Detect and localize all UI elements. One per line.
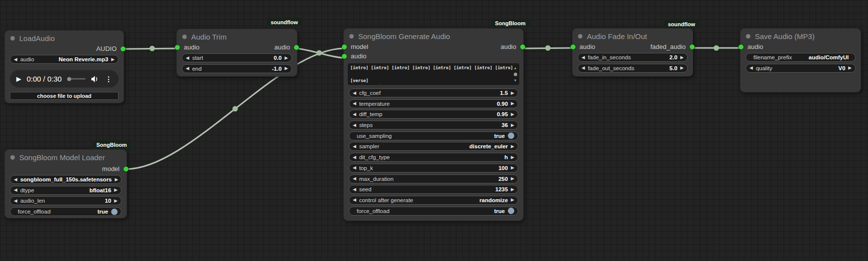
- widget-start[interactable]: ◀ start 0.0 ▶: [182, 53, 292, 62]
- increment-arrow-icon[interactable]: ▶: [285, 66, 288, 71]
- widget-quality[interactable]: ◀ quality V0 ▶: [745, 64, 856, 73]
- node-graph-canvas[interactable]: soundflow SongBloom soundflow SongBloom …: [0, 0, 868, 261]
- input-slot[interactable]: [342, 44, 347, 49]
- increment-arrow-icon[interactable]: ▶: [114, 188, 118, 192]
- decrement-arrow-icon[interactable]: ◀: [353, 166, 356, 170]
- output-slot[interactable]: [520, 44, 525, 49]
- play-icon[interactable]: ▶: [16, 76, 21, 82]
- toggle-knob[interactable]: [508, 132, 514, 139]
- decrement-arrow-icon[interactable]: ◀: [186, 56, 189, 60]
- node-title-bar[interactable]: Audio Trim: [177, 29, 297, 42]
- widget-max_duration[interactable]: ◀ max_duration 250 ▶: [349, 174, 518, 183]
- collapse-dot-icon[interactable]: [10, 36, 15, 41]
- increment-arrow-icon[interactable]: ▶: [115, 177, 118, 182]
- decrement-arrow-icon[interactable]: ◀: [14, 188, 17, 192]
- widget-dtype[interactable]: ◀ dtype bfloat16 ▶: [10, 186, 122, 195]
- output-slot[interactable]: [121, 46, 125, 51]
- decrement-arrow-icon[interactable]: ◀: [14, 57, 17, 62]
- decrement-arrow-icon[interactable]: ◀: [353, 176, 356, 181]
- increment-arrow-icon[interactable]: ▶: [680, 55, 684, 60]
- lyrics-textarea[interactable]: [intro] [intro] [intro] [intro] [intro] …: [348, 63, 519, 85]
- output-slot[interactable]: [124, 167, 128, 172]
- node-title-bar[interactable]: SongBloom Generate Audio: [344, 29, 523, 42]
- volume-icon[interactable]: [91, 76, 99, 83]
- node-audio-fade[interactable]: Audio Fade In/Out audio faded_audio ◀ fa…: [572, 28, 693, 77]
- widget-force_offload[interactable]: force_offload true: [10, 207, 122, 216]
- widget-fade_out_seconds[interactable]: ◀ fade_out_seconds 5.0 ▶: [578, 64, 688, 73]
- widget-diff_temp[interactable]: ◀ diff_temp 0.95 ▶: [349, 110, 518, 119]
- link-midpoint-dot[interactable]: [545, 45, 551, 51]
- increment-arrow-icon[interactable]: ▶: [511, 155, 514, 160]
- increment-arrow-icon[interactable]: ▶: [511, 101, 514, 106]
- increment-arrow-icon[interactable]: ▶: [511, 166, 514, 170]
- toggle-knob[interactable]: [111, 209, 118, 215]
- decrement-arrow-icon[interactable]: ◀: [353, 187, 356, 192]
- decrement-arrow-icon[interactable]: ◀: [353, 144, 356, 149]
- collapse-dot-icon[interactable]: [349, 34, 354, 39]
- widget-seed[interactable]: ◀ seed 1235 ▶: [349, 185, 518, 194]
- choose-file-button[interactable]: choose file to upload: [10, 92, 119, 100]
- toggle-knob[interactable]: [508, 208, 514, 214]
- increment-arrow-icon[interactable]: ▶: [285, 56, 288, 60]
- decrement-arrow-icon[interactable]: ◀: [581, 66, 585, 70]
- increment-arrow-icon[interactable]: ▶: [680, 66, 684, 70]
- widget-use_sampling[interactable]: use_sampling true: [349, 131, 518, 140]
- collapse-dot-icon[interactable]: [182, 35, 187, 39]
- input-slot[interactable]: [739, 44, 744, 49]
- node-songbloom-model-loader[interactable]: SongBloom Model Loader model ◀ songbloom…: [4, 149, 127, 218]
- link-midpoint-dot[interactable]: [233, 106, 238, 112]
- collapse-dot-icon[interactable]: [746, 34, 750, 39]
- widget-dit_cfg_type[interactable]: ◀ dit_cfg_type h ▶: [349, 153, 518, 162]
- increment-arrow-icon[interactable]: ▶: [848, 66, 852, 70]
- decrement-arrow-icon[interactable]: ◀: [14, 199, 17, 203]
- decrement-arrow-icon[interactable]: ◀: [353, 101, 356, 106]
- node-title-bar[interactable]: SongBloom Model Loader: [5, 150, 126, 163]
- output-slot[interactable]: [294, 45, 299, 50]
- input-slot[interactable]: [342, 54, 347, 59]
- widget-force_offload[interactable]: force_offload true: [349, 207, 518, 216]
- node-save-audio-mp3[interactable]: Save Audio (MP3) audio filename_prefix a…: [740, 28, 861, 92]
- node-title-bar[interactable]: Save Audio (MP3): [741, 29, 861, 42]
- node-title-bar[interactable]: Audio Fade In/Out: [573, 29, 693, 42]
- decrement-arrow-icon[interactable]: ◀: [186, 66, 189, 71]
- collapse-dot-icon[interactable]: [578, 34, 582, 39]
- increment-arrow-icon[interactable]: ▶: [511, 187, 514, 192]
- widget-audio_len[interactable]: ◀ audio_len 10 ▶: [10, 196, 122, 205]
- seek-thumb[interactable]: [67, 77, 71, 81]
- decrement-arrow-icon[interactable]: ◀: [353, 155, 356, 160]
- widget-filename_prefix[interactable]: filename_prefix audio/ComfyUI: [745, 53, 856, 62]
- widget-audio[interactable]: ◀ audio Neon Reverie.mp3 ▶: [10, 55, 119, 64]
- node-load-audio[interactable]: LoadAudio AUDIO ◀ audio Neon Reverie.mp3…: [4, 30, 124, 103]
- input-slot[interactable]: [571, 44, 576, 49]
- link-midpoint-dot[interactable]: [150, 46, 155, 51]
- widget-top_k[interactable]: ◀ top_k 100 ▶: [349, 164, 518, 173]
- decrement-arrow-icon[interactable]: ◀: [581, 55, 585, 60]
- widget-model-file[interactable]: ◀ songbloom_full_150s.safetensors ▶: [10, 175, 122, 184]
- link-midpoint-dot[interactable]: [714, 45, 719, 51]
- widget-fade_in_seconds[interactable]: ◀ fade_in_seconds 2.0 ▶: [578, 53, 688, 62]
- output-slot[interactable]: [690, 44, 695, 49]
- widget-control-after-generate[interactable]: ◀ control after generate randomize ▶: [349, 196, 518, 205]
- increment-arrow-icon[interactable]: ▶: [111, 57, 115, 62]
- textarea-scrollbar[interactable]: ▲ ▼: [513, 65, 518, 84]
- increment-arrow-icon[interactable]: ▶: [511, 198, 514, 202]
- increment-arrow-icon[interactable]: ▶: [511, 176, 514, 181]
- increment-arrow-icon[interactable]: ▶: [511, 144, 514, 149]
- increment-arrow-icon[interactable]: ▶: [511, 91, 514, 95]
- decrement-arrow-icon[interactable]: ◀: [14, 177, 17, 182]
- increment-arrow-icon[interactable]: ▶: [511, 112, 514, 117]
- input-slot[interactable]: [175, 45, 180, 50]
- node-title-bar[interactable]: LoadAudio: [5, 31, 124, 44]
- collapse-dot-icon[interactable]: [10, 155, 15, 160]
- decrement-arrow-icon[interactable]: ◀: [353, 91, 356, 95]
- widget-end[interactable]: ◀ end -1.0 ▶: [182, 64, 292, 73]
- decrement-arrow-icon[interactable]: ◀: [749, 66, 753, 70]
- link-midpoint-dot[interactable]: [317, 50, 322, 56]
- seek-slider[interactable]: [69, 78, 85, 80]
- widget-sampler[interactable]: ◀ sampler discrete_euler ▶: [349, 142, 518, 151]
- node-songbloom-generate-audio[interactable]: SongBloom Generate Audio model audio aud…: [343, 28, 524, 221]
- scroll-up-icon[interactable]: ▲: [514, 65, 517, 71]
- node-audio-trim[interactable]: Audio Trim audio audio ◀ start 0.0 ▶ ◀ e…: [176, 29, 297, 77]
- increment-arrow-icon[interactable]: ▶: [114, 199, 118, 203]
- scroll-thumb[interactable]: [514, 73, 517, 76]
